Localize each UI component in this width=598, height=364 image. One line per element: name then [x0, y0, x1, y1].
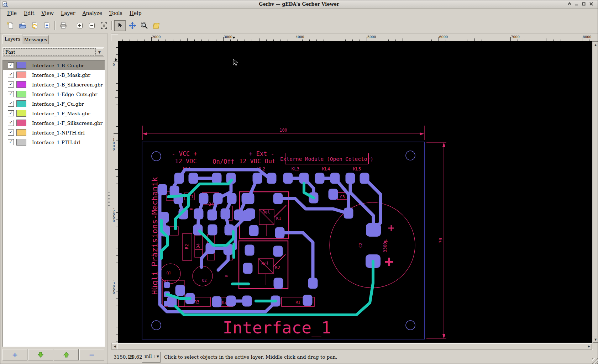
silkscreen-text: D2 [222, 300, 226, 305]
silkscreen-text: Externe Module (Open Colector) [280, 156, 373, 162]
render-mode-combobox[interactable]: Fast ▼ [2, 47, 104, 57]
vertical-scrollbar-thumb[interactable] [593, 48, 598, 336]
layer-color-swatch[interactable] [16, 120, 26, 126]
layer-color-swatch[interactable] [16, 81, 26, 88]
shade-button[interactable] [566, 1, 573, 7]
layer-row[interactable]: ✓Interface_1-F_Mask.gbr [3, 109, 105, 118]
menu-item-edit[interactable]: Edit [21, 9, 37, 17]
layer-color-swatch[interactable] [16, 139, 26, 146]
chevron-down-icon: ▼ [96, 48, 103, 56]
pcb-canvas[interactable]: - VCC +12 VDCOn/Off+ Ext -12 VDC OutExte… [118, 41, 592, 343]
save-button[interactable] [42, 20, 52, 31]
zoom-out-button[interactable] [86, 20, 97, 31]
layer-color-swatch[interactable] [16, 91, 26, 97]
layer-color-swatch[interactable] [16, 129, 26, 136]
layer-row[interactable]: ✓Interface_1-NPTH.drl [3, 128, 105, 137]
pointer-icon [116, 22, 124, 30]
vertical-ruler: 0-1000-2000-3000 [111, 41, 118, 343]
layer-name: Interface_1-F_Cu.gbr [32, 101, 84, 107]
pan-tool-button[interactable] [127, 20, 138, 31]
minimize-button[interactable] [573, 1, 580, 7]
layer-row[interactable]: ✓Interface_1-PTH.drl [3, 137, 105, 147]
tab-messages[interactable]: Messages [22, 35, 49, 44]
layer-visibility-checkbox[interactable]: ✓ [8, 81, 14, 88]
scroll-right-arrow-icon[interactable]: ▶ [586, 343, 592, 349]
menu-item-view[interactable]: View [38, 9, 57, 17]
move-layer-down-button[interactable] [28, 349, 53, 360]
add-layer-button[interactable]: + [2, 349, 27, 360]
pointer-tool-button[interactable] [114, 20, 126, 31]
ruler-label: 4000 [295, 35, 304, 39]
layer-visibility-checkbox[interactable]: ✓ [8, 91, 14, 97]
layer-visibility-checkbox[interactable]: ✓ [8, 72, 14, 78]
open-button[interactable] [17, 20, 28, 31]
scroll-up-arrow-icon[interactable]: ▲ [593, 42, 598, 48]
chevron-down-icon: ▼ [154, 355, 159, 358]
vertical-scrollbar[interactable]: ▲ ▼ [592, 41, 598, 343]
silkscreen-text: 12 VDC [175, 158, 196, 165]
layer-row[interactable]: ✓Interface_1-B_Silkscreen.gbr [3, 80, 105, 89]
layer-color-swatch[interactable] [16, 100, 26, 107]
toolbar-separator [111, 21, 113, 30]
print-button[interactable] [58, 20, 69, 31]
silkscreen-text: On/Off [213, 158, 234, 165]
zoom-in-button[interactable] [74, 20, 85, 31]
layer-row[interactable]: ✓Interface_1-B_Cu.gbr [3, 60, 105, 70]
horizontal-scrollbar[interactable]: ◀ ▶ [111, 343, 593, 350]
layer-visibility-checkbox[interactable]: ✓ [8, 130, 14, 136]
layer-visibility-checkbox[interactable]: ✓ [8, 62, 14, 68]
menu-item-file[interactable]: File [4, 9, 20, 17]
silkscreen-text: 100 [279, 128, 287, 133]
new-button[interactable] [5, 20, 16, 31]
layer-name: Interface_1-F_Silkscreen.gbr [32, 120, 103, 126]
layer-row[interactable]: ✓Interface_1-B_Mask.gbr [3, 70, 105, 80]
menu-item-layer[interactable]: Layer [58, 9, 79, 17]
zoom-tool-button[interactable] [139, 20, 150, 31]
maximize-button[interactable] [581, 1, 587, 7]
silkscreen-text: Rel [262, 210, 270, 215]
tab-layers[interactable]: Layers [2, 35, 22, 44]
menu-item-tools[interactable]: Tools [106, 9, 126, 17]
silkscreen-text: 3300µ [383, 239, 388, 252]
revert-button[interactable] [30, 20, 40, 31]
ruler-label: -1000 [112, 134, 116, 151]
splitter-grip-icon[interactable] [108, 192, 110, 208]
layer-visibility-checkbox[interactable]: ✓ [8, 139, 14, 145]
layer-row[interactable]: ✓Interface_1-F_Silkscreen.gbr [3, 118, 105, 128]
layer-color-swatch[interactable] [16, 110, 26, 117]
layer-visibility-checkbox[interactable]: ✓ [8, 120, 14, 126]
title-bar[interactable]: Gerbv — gEDA's Gerber Viewer [0, 0, 598, 9]
plus-icon: + [12, 351, 18, 358]
layer-visibility-checkbox[interactable]: ✓ [8, 101, 14, 107]
ruler-label: 5000 [367, 35, 376, 39]
remove-layer-button[interactable]: − [79, 349, 104, 360]
measure-tool-button[interactable] [151, 20, 162, 31]
scrollbar-corner [592, 343, 598, 349]
silkscreen-text: K2 [275, 265, 280, 270]
horizontal-scrollbar-thumb[interactable] [117, 343, 586, 349]
scroll-down-arrow-icon[interactable]: ▼ [593, 337, 598, 343]
close-button[interactable] [588, 1, 594, 7]
layer-row[interactable]: ✓Interface_1-Edge_Cuts.gbr [3, 89, 105, 99]
layer-color-swatch[interactable] [16, 62, 26, 69]
menu-item-analyze[interactable]: Analyze [79, 9, 105, 17]
horizontal-ruler: 2000300040005000600070008000 [118, 35, 592, 42]
arrow-up-icon [63, 352, 69, 358]
zoom-fit-button[interactable] [99, 20, 109, 31]
silkscreen-text: Interface_1 [223, 318, 331, 337]
silkscreen-text: Q2 [202, 278, 206, 283]
silkscreen-text: D4 [196, 243, 201, 248]
menu-item-help[interactable]: Help [126, 9, 145, 17]
scroll-left-arrow-icon[interactable]: ◀ [112, 343, 118, 349]
layer-color-swatch[interactable] [16, 72, 26, 78]
layer-visibility-checkbox[interactable]: ✓ [8, 110, 14, 116]
layer-row[interactable]: ✓Interface_1-F_Cu.gbr [3, 99, 105, 109]
window-title: Gerbv — gEDA's Gerber Viewer [0, 1, 598, 7]
units-combobox[interactable]: mil ▼ [142, 352, 161, 363]
move-layer-up-button[interactable] [54, 349, 79, 360]
layer-name: Interface_1-B_Mask.gbr [32, 72, 90, 78]
silkscreen-text: R2 [184, 244, 189, 249]
ruler-label: 8000 [583, 35, 591, 39]
resize-grip[interactable] [592, 358, 598, 364]
cursor-y-coordinate: 29.62 [128, 354, 142, 360]
